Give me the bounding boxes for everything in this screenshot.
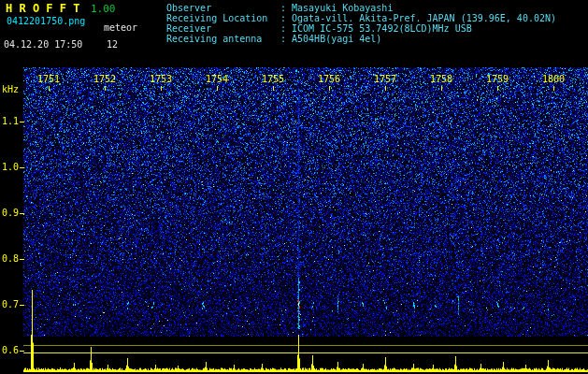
freq-tick-label: 0.9 bbox=[2, 208, 19, 218]
time-tick-label: 1758 bbox=[430, 74, 452, 84]
info-label: Observer bbox=[166, 3, 280, 13]
time-tick-label: 1759 bbox=[486, 74, 509, 84]
freq-tick-label: 0.8 bbox=[2, 253, 19, 264]
time-tick-label: 1752 bbox=[93, 74, 116, 84]
time-tick-label: 1757 bbox=[374, 74, 396, 84]
observer-info-block: Observer: Masayuki KobayashiReceiving Lo… bbox=[166, 3, 556, 44]
freq-tick-label: 1.0 bbox=[2, 162, 19, 172]
info-row: Receiving Location: Ogata-vill. Akita-Pr… bbox=[166, 13, 556, 23]
time-tick-label: 1751 bbox=[37, 74, 60, 84]
info-value: : ICOM IC-575 53.7492(8LCD)MHz USB bbox=[280, 23, 472, 34]
info-label: Receiving antenna bbox=[166, 34, 280, 44]
info-value: : Ogata-vill. Akita-Pref. JAPAN (139.96E… bbox=[280, 13, 556, 23]
freq-tick-label: 0.7 bbox=[2, 299, 19, 309]
info-row: Receiving antenna: A504HB(yagi 4el) bbox=[166, 34, 556, 44]
frame-datetime: 04.12.20 17:50 bbox=[4, 39, 82, 50]
frequency-unit-label: kHz bbox=[2, 84, 19, 94]
time-tick-label: 1755 bbox=[262, 74, 284, 84]
mode-label: meteor bbox=[104, 22, 137, 33]
time-tick-label: 1800 bbox=[542, 74, 565, 84]
freq-tick-label: 0.6 bbox=[2, 345, 19, 355]
info-value: : A504HB(yagi 4el) bbox=[280, 34, 381, 44]
time-tick-label: 1754 bbox=[206, 74, 228, 84]
info-row: Receiver: ICOM IC-575 53.7492(8LCD)MHz U… bbox=[166, 23, 556, 34]
info-value: : Masayuki Kobayashi bbox=[280, 3, 393, 13]
time-tick-label: 1756 bbox=[318, 74, 340, 84]
app-version: 1.00 bbox=[91, 3, 116, 15]
output-filename: 0412201750.png bbox=[7, 16, 85, 26]
info-label: Receiving Location bbox=[166, 13, 280, 23]
app-title: H R O F F T bbox=[6, 2, 79, 15]
info-label: Receiver bbox=[166, 23, 280, 34]
hrofft-window: H R O F F T 1.00 0412201750.png meteor 0… bbox=[0, 0, 588, 374]
info-row: Observer: Masayuki Kobayashi bbox=[166, 3, 556, 13]
echo-count: 12 bbox=[107, 39, 118, 50]
time-tick-label: 1753 bbox=[150, 74, 172, 84]
freq-tick-label: 1.1 bbox=[2, 116, 19, 126]
spectrogram-canvas bbox=[0, 0, 588, 374]
